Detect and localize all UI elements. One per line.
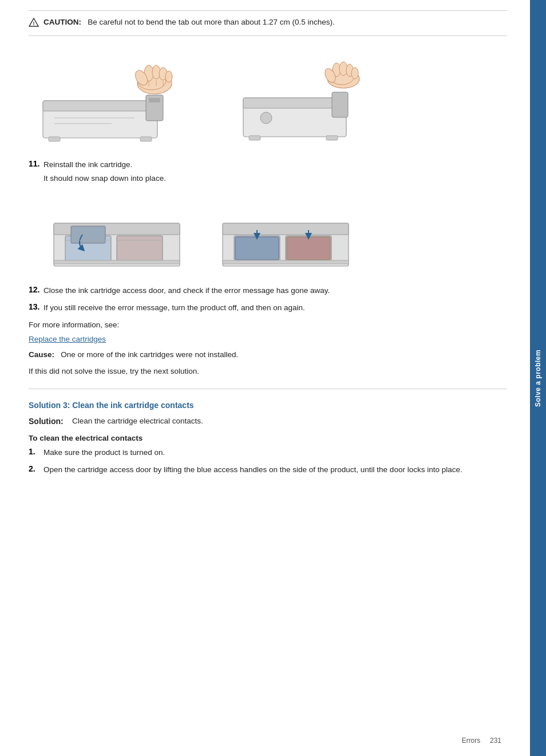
s3-step1-line: 1. Make sure the product is turned on. <box>29 447 507 458</box>
svg-rect-42 <box>223 223 349 235</box>
step-11-text: Reinstall the ink cartridge. <box>43 159 132 171</box>
step-11-sub: It should now snap down into place. <box>43 173 507 184</box>
svg-point-31 <box>351 68 358 79</box>
top-images-row <box>29 48 507 145</box>
step-12-num: 12. <box>29 285 40 296</box>
s3-step2-line: 2. Open the cartridge access door by lif… <box>29 464 507 476</box>
step-11-block: 11. Reinstall the ink cartridge. It shou… <box>29 159 507 185</box>
svg-rect-37 <box>71 226 105 243</box>
solution3-desc: Clean the cartridge electrical contacts. <box>72 417 203 426</box>
page-wrapper: ! CAUTION: Be careful not to bend the ta… <box>0 0 546 756</box>
svg-rect-45 <box>235 237 279 260</box>
illustration-right-middle <box>212 193 358 274</box>
s3-step2-block: 2. Open the cartridge access door by lif… <box>29 464 507 476</box>
small-images-row <box>43 193 507 274</box>
footer-label: Errors <box>462 737 481 745</box>
s3-step2-text: Open the cartridge access door by liftin… <box>43 464 462 476</box>
cause-label: Cause: <box>29 350 54 359</box>
svg-point-15 <box>165 71 172 82</box>
illustration-right-top <box>212 48 372 145</box>
sub-header-clean: To clean the electrical contacts <box>29 434 507 442</box>
section-divider <box>29 389 507 389</box>
step-11-num: 11. <box>29 159 40 171</box>
svg-rect-9 <box>140 137 152 141</box>
caution-label: CAUTION: <box>43 18 81 26</box>
svg-rect-40 <box>54 260 180 264</box>
step-11-line: 11. Reinstall the ink cartridge. <box>29 159 507 171</box>
svg-rect-25 <box>326 136 338 140</box>
svg-text:!: ! <box>33 21 35 26</box>
solution3-block: Solution: Clean the cartridge electrical… <box>29 417 507 426</box>
svg-rect-8 <box>49 137 60 141</box>
step-13-line: 13. If you still receive the error messa… <box>29 302 507 314</box>
illustration-left-top <box>29 48 189 145</box>
step-12-block: 12. Close the ink cartridge access door,… <box>29 285 507 296</box>
caution-text: CAUTION: Be careful not to bend the tab … <box>43 17 335 28</box>
cause-text: One or more of the ink cartridges were n… <box>61 350 238 359</box>
svg-rect-24 <box>249 136 260 140</box>
svg-rect-23 <box>332 92 348 117</box>
step-12-line: 12. Close the ink cartridge access door,… <box>29 285 507 296</box>
s3-step1-num: 1. <box>29 447 40 458</box>
s3-step1-text: Make sure the product is turned on. <box>43 447 165 458</box>
step-12-text: Close the ink cartridge access door, and… <box>43 285 330 296</box>
svg-rect-5 <box>149 98 160 102</box>
main-content: ! CAUTION: Be careful not to bend the ta… <box>0 0 530 756</box>
caution-triangle-icon: ! <box>29 17 39 30</box>
caution-body: Be careful not to bend the tab out more … <box>88 18 335 26</box>
replace-cartridges-link[interactable]: Replace the cartridges <box>29 335 106 343</box>
step-13-text: If you still receive the error message, … <box>43 302 305 314</box>
step-13-num: 13. <box>29 302 40 314</box>
footer-page-num: 231 <box>490 737 501 745</box>
solution3-label: Solution: <box>29 417 69 426</box>
svg-rect-36 <box>117 236 163 262</box>
side-tab-label: Solve a problem <box>534 349 542 406</box>
caution-block: ! CAUTION: Be careful not to bend the ta… <box>29 10 507 36</box>
page-footer: Errors 231 <box>462 737 501 745</box>
svg-point-22 <box>260 112 272 124</box>
svg-rect-21 <box>243 98 346 108</box>
side-tab: Solve a problem <box>530 0 546 756</box>
if-not-solved: If this did not solve the issue, try the… <box>29 366 507 377</box>
svg-rect-3 <box>43 101 157 111</box>
svg-rect-46 <box>287 237 330 260</box>
s3-step2-num: 2. <box>29 464 40 476</box>
cause-block: Cause: One or more of the ink cartridges… <box>29 349 507 361</box>
s3-step1-block: 1. Make sure the product is turned on. <box>29 447 507 458</box>
step-13-block: 13. If you still receive the error messa… <box>29 302 507 314</box>
svg-rect-47 <box>223 260 349 264</box>
solution3-header: Solution 3: Clean the ink cartridge cont… <box>29 401 507 410</box>
illustration-left-middle <box>43 193 189 274</box>
for-more-info: For more information, see: <box>29 319 507 331</box>
